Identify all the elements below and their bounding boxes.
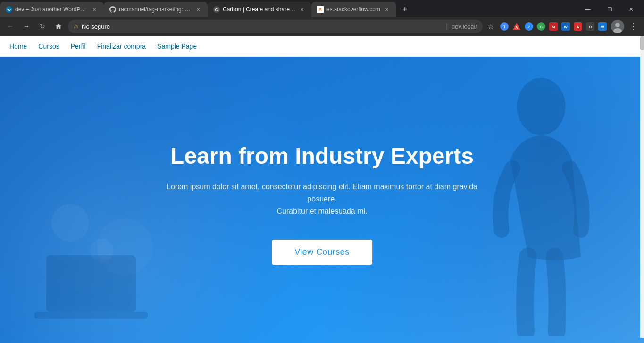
svg-text:G: G [540, 25, 543, 29]
tab-close-wp[interactable]: ✕ [91, 6, 98, 13]
tab-stackoverflow[interactable]: S es.stackoverflow.com ✕ [311, 2, 396, 17]
tab-favicon-wp: W [6, 6, 12, 13]
svg-text:1: 1 [503, 25, 505, 29]
site-nav: Home Cursos Perfil Finalizar compra Samp… [0, 36, 644, 57]
svg-text:S: S [319, 8, 322, 12]
hero-content: Learn from Industry Experts Lorem ipsum … [152, 142, 492, 265]
tab-favicon-gh [109, 6, 116, 13]
bokeh-1 [51, 204, 89, 242]
tab-title-carbon: Carbon | Create and share beaut [223, 6, 295, 13]
view-courses-button[interactable]: View Courses [272, 240, 372, 265]
profile-avatar[interactable] [611, 20, 624, 33]
hero-subtitle-line1: Lorem ipsum dolor sit amet, consectetur … [167, 183, 477, 203]
ext-icon-blue2[interactable]: W [560, 21, 571, 32]
svg-text:O: O [589, 25, 592, 29]
tab-wordpress[interactable]: W dev – Just another WordPress sit ✕ [0, 2, 104, 17]
svg-rect-30 [34, 312, 148, 319]
svg-text:A: A [577, 25, 579, 29]
ext-icon-green[interactable]: G [535, 21, 547, 32]
ext-icon-2[interactable]: A [511, 21, 522, 32]
tab-title-gh: racmanuel/tag-marketing: Plugi... [119, 6, 192, 13]
scrollbar[interactable] [640, 36, 644, 338]
new-tab-button[interactable]: + [398, 3, 411, 16]
nav-link-home[interactable]: Home [9, 42, 27, 50]
svg-text:M: M [552, 25, 555, 29]
tab-carbon[interactable]: C Carbon | Create and share beaut ✕ [208, 2, 311, 17]
svg-point-27 [517, 78, 565, 135]
svg-text:Z: Z [528, 25, 530, 29]
tab-close-gh[interactable]: ✕ [194, 6, 202, 13]
back-button[interactable]: ← [4, 20, 17, 33]
browser-menu-button[interactable]: ⋮ [627, 20, 640, 33]
nav-link-cursos[interactable]: Cursos [38, 42, 59, 50]
scrollbar-thumb[interactable] [640, 36, 644, 50]
close-button[interactable]: ✕ [620, 2, 642, 17]
svg-text:C: C [215, 8, 218, 12]
ext-icon-red3[interactable]: A [572, 21, 584, 32]
nav-link-sample[interactable]: Sample Page [157, 42, 197, 50]
webpage: Home Cursos Perfil Finalizar compra Samp… [0, 36, 644, 343]
svg-point-25 [615, 23, 620, 27]
toolbar-extensions: 1 A Z G [499, 21, 608, 32]
svg-text:W: W [564, 25, 568, 29]
ext-icon-word[interactable]: W [597, 21, 608, 32]
tab-favicon-carbon: C [213, 6, 220, 13]
tab-close-carbon[interactable]: ✕ [298, 6, 306, 13]
hero-section: Learn from Industry Experts Lorem ipsum … [0, 57, 644, 343]
svg-text:W: W [7, 8, 11, 12]
hero-subtitle-line2: Curabitur et malesuada mi. [276, 207, 367, 215]
tab-title-so: es.stackoverflow.com [326, 6, 380, 13]
tab-bar: W dev – Just another WordPress sit ✕ rac… [0, 0, 644, 17]
nav-link-perfil[interactable]: Perfil [71, 42, 86, 50]
home-button[interactable] [52, 20, 65, 33]
address-input[interactable]: ⚠ No seguro | dev.local/ [68, 20, 483, 33]
tab-close-so[interactable]: ✕ [383, 6, 391, 13]
tab-favicon-so: S [317, 6, 324, 13]
svg-text:A: A [515, 25, 518, 30]
ext-icon-red2[interactable]: M [548, 21, 559, 32]
address-url: dev.local/ [452, 23, 477, 30]
tab-title-wp: dev – Just another WordPress sit [15, 6, 88, 13]
bookmark-button[interactable]: ☆ [485, 20, 496, 33]
nav-link-finalizar[interactable]: Finalizar compra [97, 42, 146, 50]
hero-subtitle: Lorem ipsum dolor sit amet, consectetur … [162, 181, 483, 217]
security-label: No seguro [82, 23, 442, 30]
minimize-button[interactable]: — [577, 2, 599, 17]
hero-title: Learn from Industry Experts [162, 142, 483, 170]
security-icon: ⚠ [74, 23, 79, 30]
svg-text:W: W [601, 25, 604, 29]
svg-rect-29 [51, 259, 131, 306]
window-controls: — ☐ ✕ [577, 2, 644, 17]
browser-chrome: W dev – Just another WordPress sit ✕ rac… [0, 0, 644, 36]
maximize-button[interactable]: ☐ [599, 2, 620, 17]
ext-icon-zoom[interactable]: Z [523, 21, 535, 32]
reload-button[interactable]: ↻ [36, 20, 49, 33]
address-bar: ← → ↻ ⚠ No seguro | dev.local/ ☆ 1 [0, 17, 644, 36]
ext-icon-dark[interactable]: O [585, 21, 596, 32]
tab-github[interactable]: racmanuel/tag-marketing: Plugi... ✕ [104, 2, 208, 17]
laptop-silhouette [32, 251, 150, 321]
address-separator: | [446, 22, 448, 31]
ext-icon-1[interactable]: 1 [499, 21, 510, 32]
forward-button[interactable]: → [20, 20, 33, 33]
